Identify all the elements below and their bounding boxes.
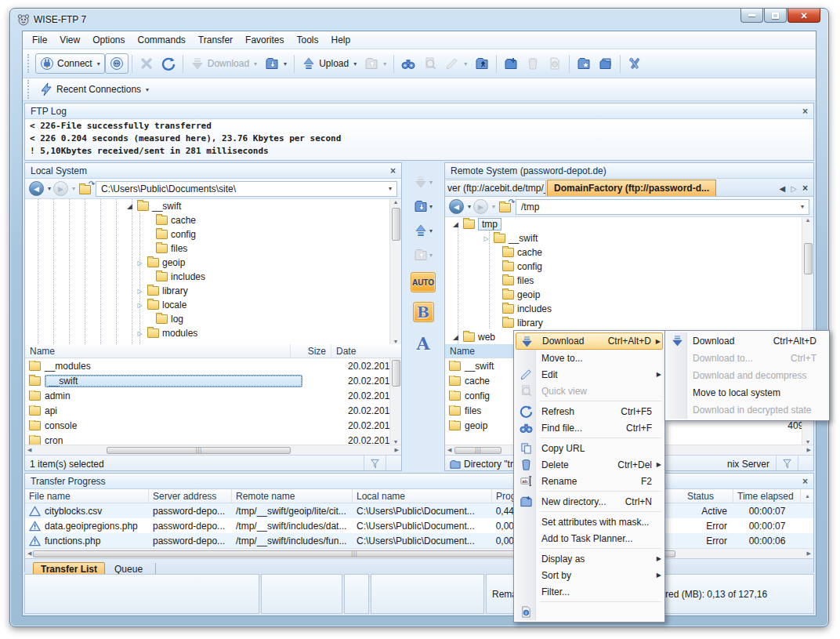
menu-item-copy-url[interactable]: Copy URL [516,440,663,456]
scroll-left-icon[interactable]: ◀ [27,447,31,453]
local-path-combobox[interactable]: C:\Users\Public\Documents\site\ ▾ [96,181,397,197]
expander-collapsed-icon[interactable]: ▷ [136,302,144,309]
remote-tree-scrollbar[interactable]: ▲▼ [802,217,813,344]
scroll-down-icon[interactable]: ▼ [806,439,811,445]
local-panel-close-icon[interactable]: × [390,165,396,176]
menu-item-download[interactable]: DownloadCtrl+Alt+D▶ [516,332,663,350]
column-file-name[interactable]: File name [25,489,149,503]
transfer-manager-button[interactable] [595,54,617,73]
auto-mode-button[interactable]: AUTO [411,272,436,292]
menu-transfer[interactable]: Transfer [192,32,239,48]
download-button[interactable]: Download▾ [186,54,261,73]
remote-tree[interactable]: ◢tmp ▷__swift cache config files geoip i… [445,217,813,344]
scroll-up-icon[interactable]: ▲ [806,217,811,223]
abort-button[interactable] [136,54,158,73]
transfer-scroll-up-icon[interactable]: ▲ [801,489,813,503]
tree-node[interactable]: ▷library [25,284,401,298]
tree-node[interactable]: config [445,260,813,274]
transfer-row[interactable]: cityblocks.csv password-depo... /tmp/__s… [25,503,813,518]
scrollbar-thumb[interactable] [454,447,501,454]
column-date[interactable]: Date [331,344,389,358]
scroll-down-icon[interactable]: ▼ [393,339,399,344]
menu-view[interactable]: View [53,32,86,48]
local-file-list[interactable]: __modules20.02.2011 __swift20.02.2011 ad… [25,358,401,445]
tree-node[interactable]: includes [25,270,401,284]
expander-expanded-icon[interactable]: ◢ [451,333,460,341]
tree-node[interactable]: log [25,312,401,326]
transfer-row[interactable]: functions.php password-depo... /tmp/__sw… [25,533,813,548]
submenu-item-download-and-decompress[interactable]: Download and decompress [667,367,827,384]
upload-folder-button[interactable]: ▾ [414,248,433,262]
parent-folder-button[interactable]: ↷ [78,183,93,195]
column-server-address[interactable]: Server address [149,489,232,503]
local-tree[interactable]: ◢__swift cache config files ▷geoip inclu… [25,199,401,344]
back-button[interactable]: ◀ [29,181,44,196]
forward-button[interactable]: ▶ [53,181,68,196]
remote-path-combobox[interactable]: /tmp ▾ [516,199,809,215]
upload-selected-button[interactable]: ▾ [414,223,433,238]
close-button[interactable]: × [788,9,820,23]
chevron-down-icon[interactable]: ▾ [48,185,51,192]
forward-button[interactable]: ▶ [473,199,488,214]
tab-close-icon[interactable]: × [802,183,808,194]
menu-item-new-directory[interactable]: New directory...Ctrl+N [516,493,663,510]
edit-button[interactable]: ▾ [441,54,471,73]
transfer-row[interactable]: data.geoipregions.php password-depo... /… [25,518,813,533]
tree-node[interactable]: library [445,316,813,330]
favorites-button[interactable] [573,54,595,73]
connect-button[interactable]: Connect▾ [35,53,105,74]
download-folder-button[interactable]: ▾ [261,54,291,73]
tree-node[interactable]: cache [445,245,813,260]
find-button[interactable] [397,54,419,73]
menu-item-delete[interactable]: DeleteCtrl+Del▶ [516,456,663,473]
list-item[interactable]: admin20.02.2011 [25,388,401,403]
submenu-item-download-in-decrypted-state[interactable]: Download in decrypted state [667,401,827,419]
tree-node[interactable]: geoip [445,288,813,302]
new-folder-button[interactable] [500,54,522,73]
chevron-down-icon[interactable]: ▾ [468,203,471,210]
scroll-up-icon[interactable]: ▲ [393,199,399,205]
list-item[interactable]: cron20.02.2011 [25,433,401,445]
menu-item-move-to[interactable]: Move to... [516,350,663,366]
scrollbar-thumb[interactable] [392,360,400,387]
local-list-hscrollbar[interactable]: ◀▶ [25,445,401,455]
settings-button[interactable] [624,54,646,73]
download-folder-button[interactable]: ▾ [414,199,433,213]
remote-tab-acebit[interactable]: ver (ftp://acebit.de/tmp/__s... [446,180,546,196]
chevron-down-icon[interactable]: ▾ [72,185,75,192]
list-item[interactable]: console20.02.2011 [25,418,401,433]
column-local-name[interactable]: Local name [353,489,492,503]
filter-cell[interactable] [776,456,798,471]
properties-button[interactable] [544,54,566,73]
scroll-right-icon[interactable]: ▶ [395,447,399,453]
menu-item-properties[interactable]: i [516,604,663,620]
filter-cell[interactable] [364,456,386,471]
disconnect-button[interactable] [105,53,129,74]
list-item[interactable]: __modules20.02.2011 [25,358,401,373]
tree-node[interactable]: ▷__swift [445,231,813,245]
submenu-item-download[interactable]: DownloadCtrl+Alt+D [667,332,827,350]
list-item[interactable]: api20.02.2011 [25,403,401,418]
menu-help[interactable]: Help [324,32,357,48]
maximize-button[interactable] [764,9,787,23]
menu-options[interactable]: Options [86,32,131,48]
upload-button[interactable]: Upload▾ [298,54,360,73]
minimize-button[interactable] [740,9,763,23]
tree-node[interactable]: config [25,227,401,241]
column-time-elapsed[interactable]: Time elapsed [733,489,801,503]
menu-item-find-file[interactable]: Find file...Ctrl+F [516,419,663,436]
back-button[interactable]: ◀ [449,199,464,214]
scroll-down-icon[interactable]: ▼ [393,439,399,445]
tree-node[interactable]: ◢tmp [445,217,813,231]
menu-tools[interactable]: Tools [290,32,324,48]
upload-folder-button[interactable]: ▾ [360,54,390,73]
submenu-item-move-to-local-system[interactable]: Move to local system [667,384,827,401]
delete-button[interactable] [522,54,544,73]
tree-node[interactable]: ▷locale [25,298,401,312]
menu-item-display-as[interactable]: Display as▶ [516,550,663,567]
menu-item-add-to-task-planner[interactable]: Add to Task Planner... [516,530,663,546]
menu-item-edit[interactable]: Edit▶ [516,366,663,383]
remote-tab-domainfactory[interactable]: DomainFactory (ftp://password-d... [547,180,716,196]
expander-expanded-icon[interactable]: ◢ [451,220,460,228]
ftp-log-close-icon[interactable]: × [802,106,808,117]
